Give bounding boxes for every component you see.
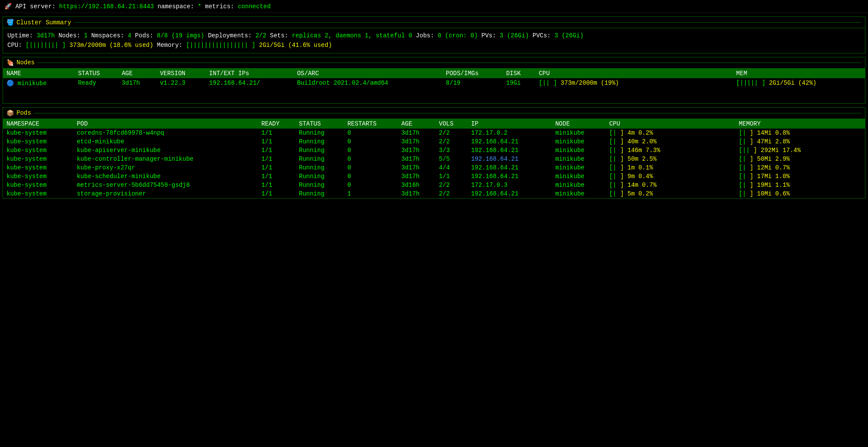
table-row: 🔵 minikube Ready 3d17h v1.22.3 192.168.6… — [3, 78, 865, 88]
pod-restarts: 0 — [344, 146, 398, 155]
pod-ip-cell: 192.168.64.21 — [467, 189, 552, 198]
pod-ip: 172.17.0.2 — [471, 129, 507, 136]
pod-vols: 1/1 — [435, 172, 467, 181]
table-row: kube-system kube-scheduler-minikube 1/1 … — [3, 172, 865, 181]
pod-node: minikube — [552, 181, 605, 189]
pod-memory: [| ] 12Mi 0.7% — [735, 163, 865, 172]
col-memory: MEMORY — [735, 119, 865, 129]
pod-ip: 192.168.64.21 — [471, 138, 518, 145]
pod-status: Running — [296, 137, 344, 146]
jobs-value: 0 (cron: 0) — [438, 32, 478, 39]
pod-restarts: 0 — [344, 155, 398, 163]
namespace-label: namespace: — [158, 3, 197, 10]
nodes-section: 🍖 Nodes NAME STATUS AGE VERSION INT/EXT … — [3, 57, 865, 104]
node-os: Buildroot 2021.02.4/amd64 — [293, 78, 442, 88]
pods-header: 📦 Pods — [3, 108, 865, 119]
pod-ready: 1/1 — [258, 137, 296, 146]
pod-node: minikube — [552, 163, 605, 172]
nodes-header-row: NAME STATUS AGE VERSION INT/EXT IPs OS/A… — [3, 69, 865, 78]
pod-memory: [|| ] 292Mi 17.4% — [735, 146, 865, 155]
pod-status: Running — [296, 163, 344, 172]
uptime-value: 3d17h — [36, 32, 55, 39]
pod-name: kube-scheduler-minikube — [73, 172, 258, 181]
col-ip: IP — [467, 119, 552, 129]
col-ready: READY — [258, 119, 296, 129]
pod-name: etcd-minikube — [73, 137, 258, 146]
table-row: kube-system metrics-server-5b6dd75459-gs… — [3, 181, 865, 189]
pods-title: Pods — [16, 109, 31, 116]
api-url: https://192.168.64.21:8443 — [59, 3, 154, 10]
pod-status: Running — [296, 155, 344, 163]
cluster-icon: 🪣 — [7, 19, 14, 26]
pod-namespace: kube-system — [3, 163, 73, 172]
nmspaces-label: Nmspaces: — [91, 32, 128, 39]
col-vols: VOLS — [435, 119, 467, 129]
pod-status: Running — [296, 172, 344, 181]
pods-label: Pods: — [135, 32, 157, 39]
deployments-value: 2/2 — [255, 32, 266, 39]
metrics-label: metrics: — [205, 3, 238, 10]
api-label: API server: — [15, 3, 59, 10]
col-namespace: NAMESPACE — [3, 119, 73, 129]
pod-name: kube-apiserver-minikube — [73, 146, 258, 155]
nodes-label: Nodes: — [59, 32, 84, 39]
col-name: NAME — [3, 69, 75, 78]
pod-status: Running — [296, 189, 344, 198]
pod-ready: 1/1 — [258, 155, 296, 163]
pod-cpu: [| ] 5m 0.2% — [606, 189, 736, 198]
pod-vols: 2/2 — [435, 137, 467, 146]
cluster-line-2: CPU: [|||||||| ] 373m/2000m (18.6% used)… — [7, 40, 861, 50]
pod-namespace: kube-system — [3, 146, 73, 155]
pod-name: coredns-78fcd69978-w4npq — [73, 129, 258, 137]
col-cpu: CPU — [606, 119, 736, 129]
pod-node: minikube — [552, 137, 605, 146]
pod-ip: 192.168.64.21 — [471, 190, 518, 197]
pod-memory: [| ] 10Mi 0.6% — [735, 189, 865, 198]
pod-restarts: 0 — [344, 129, 398, 137]
pod-ip-cell: 172.17.0.2 — [467, 129, 552, 137]
cpu-bracket-close: ] — [62, 42, 69, 49]
table-row: kube-system etcd-minikube 1/1 Running 0 … — [3, 137, 865, 146]
nmspaces-value: 4 — [128, 32, 131, 39]
pvcs-value: 3 (26Gi) — [554, 32, 583, 39]
node-version: v1.22.3 — [156, 78, 205, 88]
pod-status: Running — [296, 181, 344, 189]
nodes-value: 1 — [84, 32, 87, 39]
pod-memory: [| ] 14Mi 0.8% — [735, 129, 865, 137]
col-disk: DISK — [503, 69, 535, 78]
pod-ready: 1/1 — [258, 181, 296, 189]
node-disk: 19Gi — [503, 78, 535, 88]
table-row: kube-system coredns-78fcd69978-w4npq 1/1… — [3, 129, 865, 137]
pod-node: minikube — [552, 172, 605, 181]
pod-memory: [| ] 50Mi 2.9% — [735, 155, 865, 163]
pod-ip: 192.168.64.21 — [471, 173, 518, 180]
pod-cpu: [| ] 1m 0.1% — [606, 163, 736, 172]
pod-namespace: kube-system — [3, 137, 73, 146]
pod-age: 3d17h — [398, 146, 436, 155]
pod-name: kube-proxy-x27qr — [73, 163, 258, 172]
pods-header-line — [34, 113, 861, 113]
col-mem: MEM — [733, 69, 865, 78]
pod-namespace: kube-system — [3, 181, 73, 189]
pod-age: 3d17h — [398, 137, 436, 146]
node-ips: 192.168.64.21/ — [206, 78, 294, 88]
deployments-label: Deployments: — [208, 32, 255, 39]
nodes-icon: 🍖 — [7, 59, 14, 66]
nodes-header: 🍖 Nodes — [3, 57, 865, 69]
pod-ip-link[interactable]: 192.168.64.21 — [471, 156, 518, 162]
pod-ip-cell: 192.168.64.21 — [467, 137, 552, 146]
pods-imgs: (19 imgs) — [171, 32, 204, 39]
mem-bar-space — [248, 42, 252, 49]
pod-ready: 1/1 — [258, 189, 296, 198]
pod-restarts: 0 — [344, 137, 398, 146]
cpu-bar-space — [59, 42, 62, 49]
pod-namespace: kube-system — [3, 129, 73, 137]
pod-ip: 192.168.64.21 — [471, 147, 518, 154]
col-restarts: RESTARTS — [344, 119, 398, 129]
sets-label: Sets: — [270, 32, 292, 39]
pod-ip-cell: 192.168.64.21 — [467, 155, 552, 163]
pod-ready: 1/1 — [258, 146, 296, 155]
pods-icon: 📦 — [7, 109, 14, 117]
node-name: 🔵 minikube — [3, 78, 75, 88]
nodes-header-line — [37, 63, 861, 63]
